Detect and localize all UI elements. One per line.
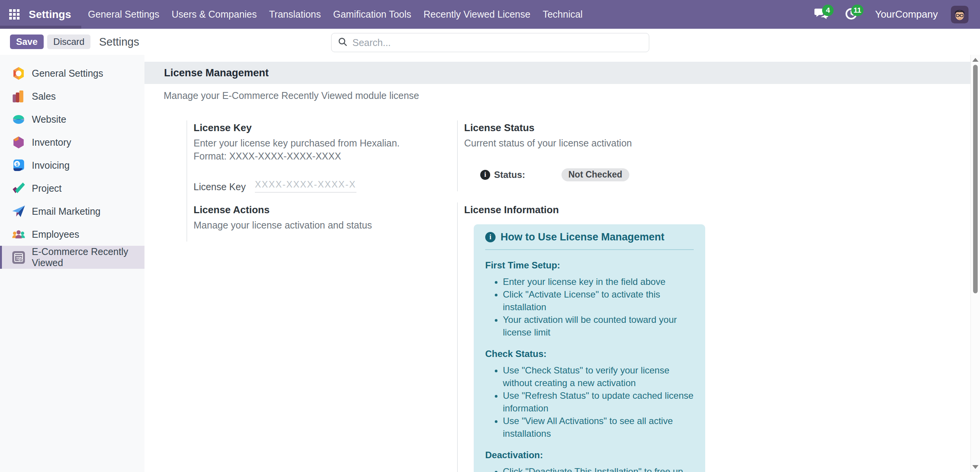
- menu-users-companies[interactable]: Users & Companies: [166, 0, 263, 29]
- vertical-scrollbar[interactable]: [970, 55, 980, 472]
- info-section-title: Deactivation:: [485, 450, 694, 460]
- info-section-title: Check Status:: [485, 349, 694, 359]
- license-information-title: License Information: [464, 204, 965, 216]
- license-actions-block: License Actions Manage your license acti…: [187, 202, 457, 242]
- sidebar-item-project[interactable]: Project: [0, 177, 144, 200]
- sidebar-item-label: Sales: [32, 91, 56, 102]
- save-button[interactable]: Save: [10, 35, 44, 49]
- menu-gamification-tools[interactable]: Gamification Tools: [327, 0, 417, 29]
- sidebar-item-label: E-Commerce Recently Viewed: [32, 246, 144, 268]
- control-panel: Save Discard Settings: [0, 29, 980, 55]
- email-marketing-icon: [11, 204, 26, 219]
- license-key-input[interactable]: [255, 178, 356, 192]
- license-key-block: License Key Enter your license key purch…: [187, 120, 457, 202]
- scrollbar-up-arrow[interactable]: [972, 58, 978, 62]
- info-icon: i: [480, 170, 490, 180]
- ecommerce-recently-viewed-icon: [11, 250, 26, 265]
- invoicing-icon: $: [11, 158, 26, 173]
- license-key-field-row: License Key: [194, 178, 442, 192]
- info-section-title: First Time Setup:: [485, 260, 694, 271]
- sidebar-item-label: Employees: [32, 229, 79, 240]
- navbar-menu: General Settings Users & Companies Trans…: [82, 0, 589, 29]
- info-bullet: Enter your license key in the field abov…: [503, 275, 694, 288]
- scrollbar-down-arrow[interactable]: [972, 465, 978, 469]
- license-information-block: License Information i How to Use License…: [457, 202, 980, 472]
- sidebar-item-label: Website: [32, 114, 66, 125]
- company-switcher[interactable]: YourCompany: [875, 8, 938, 20]
- discard-button[interactable]: Discard: [47, 35, 90, 49]
- info-bullet-list: Click "Deactivate This Installation" to …: [485, 465, 694, 472]
- odoo-settings-screen: Settings General Settings Users & Compan…: [0, 0, 980, 472]
- info-bullet: Click "Activate License" to activate thi…: [503, 288, 694, 313]
- license-info-box: i How to Use License Management First Ti…: [474, 224, 705, 472]
- search-icon: [338, 37, 348, 48]
- info-bullet: Use "Refresh Status" to update cached li…: [503, 389, 694, 414]
- sidebar-item-invoicing[interactable]: $ Invoicing: [0, 154, 144, 177]
- section-subtitle: Manage your E-Commerce Recently Viewed m…: [164, 90, 980, 101]
- settings-sidebar: General Settings Sales Website: [0, 55, 144, 472]
- menu-translations[interactable]: Translations: [263, 0, 327, 29]
- section-header-band: License Management: [144, 62, 980, 84]
- status-label: Status:: [494, 169, 525, 180]
- apps-menu-button[interactable]: [5, 0, 23, 29]
- info-box-heading-row: i How to Use License Management: [485, 231, 694, 243]
- search-input[interactable]: [353, 37, 643, 48]
- sidebar-item-sales[interactable]: Sales: [0, 85, 144, 108]
- sidebar-item-website[interactable]: Website: [0, 108, 144, 131]
- license-key-field-label: License Key: [194, 181, 255, 192]
- general-settings-icon: [11, 66, 26, 81]
- active-app-indicator: [0, 26, 81, 29]
- sidebar-item-ecommerce-recently-viewed[interactable]: E-Commerce Recently Viewed: [0, 246, 144, 269]
- app-name[interactable]: Settings: [29, 8, 71, 21]
- project-icon: [11, 181, 26, 196]
- section-title: License Management: [164, 67, 269, 79]
- sidebar-item-inventory[interactable]: Inventory: [0, 131, 144, 154]
- svg-text:$: $: [16, 161, 19, 167]
- info-bullet-list: Enter your license key in the field abov…: [485, 275, 694, 339]
- info-bullet-list: Use "Check Status" to verify your licens…: [485, 364, 694, 440]
- inventory-icon: [11, 135, 26, 150]
- menu-general-settings[interactable]: General Settings: [82, 0, 165, 29]
- settings-main: License Management Manage your E-Commerc…: [144, 55, 980, 472]
- info-bullet: Use "Check Status" to verify your licens…: [503, 364, 694, 389]
- sidebar-item-general-settings[interactable]: General Settings: [0, 62, 144, 85]
- sidebar-item-label: Project: [32, 183, 62, 194]
- status-row: i Status: Not Checked: [464, 168, 965, 181]
- activities-badge: 11: [851, 5, 863, 16]
- license-actions-description: Manage your license activation and statu…: [194, 219, 420, 232]
- license-status-description: Current status of your license activatio…: [464, 137, 690, 150]
- activities-button[interactable]: 11: [843, 6, 860, 23]
- license-status-title: License Status: [464, 122, 965, 134]
- search-bar[interactable]: [331, 33, 649, 52]
- info-bullet: Click "Deactivate This Installation" to …: [503, 465, 694, 472]
- license-actions-title: License Actions: [194, 204, 442, 216]
- info-icon: i: [485, 232, 496, 242]
- status-badge: Not Checked: [561, 168, 629, 181]
- sales-icon: [11, 89, 26, 104]
- settings-body: General Settings Sales Website: [0, 55, 980, 472]
- website-icon: [11, 112, 26, 127]
- license-key-description: Enter your license key purchased from He…: [194, 137, 420, 163]
- apps-grid-icon: [9, 9, 20, 20]
- page-title: Settings: [99, 36, 139, 48]
- license-key-title: License Key: [194, 122, 442, 134]
- settings-grid: License Key Enter your license key purch…: [187, 120, 980, 472]
- sidebar-item-label: Invoicing: [32, 160, 70, 171]
- sidebar-item-label: General Settings: [32, 68, 103, 79]
- messages-button[interactable]: 4: [813, 6, 830, 23]
- user-avatar[interactable]: [951, 6, 969, 23]
- sidebar-item-employees[interactable]: Employees: [0, 223, 144, 246]
- sidebar-item-label: Email Marketing: [32, 206, 100, 217]
- sidebar-item-label: Inventory: [32, 137, 71, 148]
- menu-technical[interactable]: Technical: [537, 0, 589, 29]
- employees-icon: [11, 227, 26, 242]
- info-bullet: Your activation will be counted toward y…: [503, 313, 694, 339]
- top-navbar: Settings General Settings Users & Compan…: [0, 0, 980, 29]
- sidebar-item-email-marketing[interactable]: Email Marketing: [0, 200, 144, 223]
- menu-recently-viewed-license[interactable]: Recently Viewed License: [417, 0, 537, 29]
- scrollbar-thumb[interactable]: [973, 65, 978, 293]
- info-box-heading: How to Use License Management: [501, 231, 665, 243]
- info-bullet: Use "View All Activations" to see all ac…: [503, 414, 694, 440]
- messages-badge: 4: [822, 5, 834, 16]
- license-status-block: License Status Current status of your li…: [457, 120, 980, 191]
